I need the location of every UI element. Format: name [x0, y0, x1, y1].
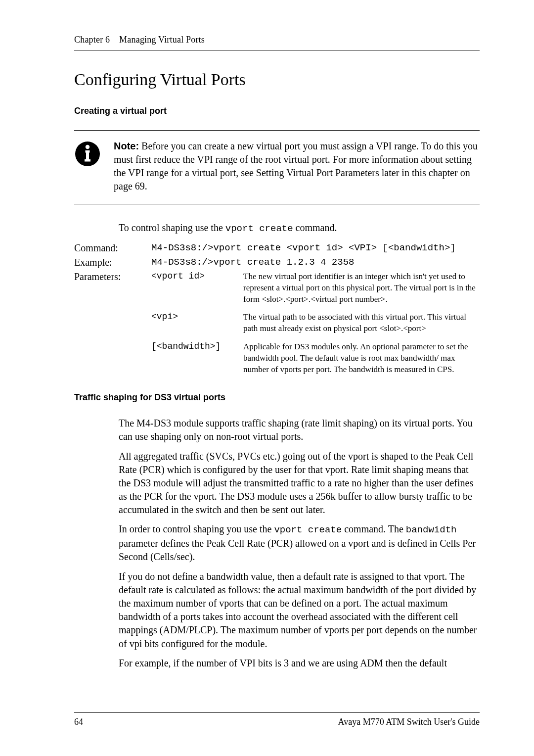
param-name: <vpi> [151, 312, 235, 334]
command-table: Command: M4-DS3s8:/>vport create <vport … [74, 242, 480, 376]
example-value: M4-DS3s8:/>vport create 1.2.3 4 2358 [151, 257, 480, 268]
running-head: Chapter 6 Managing Virtual Ports [74, 35, 480, 45]
p3-after: parameter defines the Peak Cell Rate (PC… [119, 538, 476, 562]
header-rule [74, 50, 480, 50]
body-p3: In order to control shaping you use the … [119, 522, 480, 564]
intro-code: vport create [225, 223, 293, 234]
section-title: Configuring Virtual Ports [74, 70, 480, 89]
note-block: Note: Before you can create a new virtua… [74, 130, 480, 204]
body-p2: All aggregated traffic (SVCs, PVCs etc.)… [119, 450, 480, 517]
param-name: [<bandwidth>] [151, 341, 235, 376]
param-name: <vport id> [151, 271, 235, 305]
svg-rect-3 [86, 150, 89, 160]
command-label: Command: [74, 242, 143, 254]
chapter-label: Chapter 6 [74, 35, 110, 45]
intro-para: To control shaping use the vport create … [119, 221, 480, 236]
example-label: Example: [74, 257, 143, 268]
p3-code1: vport create [274, 524, 342, 535]
note-label: Note: [114, 141, 139, 151]
p3-code2: bandwidth [406, 524, 457, 535]
param-desc: Applicable for DS3 modules only. An opti… [243, 341, 480, 376]
body-p4: If you do not define a bandwidth value, … [119, 570, 480, 651]
intro-after: command. [293, 222, 337, 233]
body-block: The M4-DS3 module supports traffic shapi… [119, 417, 480, 670]
command-value: M4-DS3s8:/>vport create <vport id> <VPI>… [151, 242, 480, 254]
subhead-creating: Creating a virtual port [74, 106, 480, 116]
page-number: 64 [74, 717, 83, 727]
footer-rule [74, 712, 480, 713]
param-desc: The virtual path to be associated with t… [243, 312, 480, 334]
subhead-traffic: Traffic shaping for DS3 virtual ports [74, 392, 480, 403]
footer: 64 Avaya M770 ATM Switch User's Guide [74, 712, 480, 727]
parameters-label: Parameters: [74, 271, 143, 376]
p3-before: In order to control shaping you use the [119, 523, 274, 534]
parameter-grid: <vport id> The new virtual port identifi… [151, 271, 480, 376]
p3-mid: command. The [342, 523, 406, 534]
svg-point-1 [86, 145, 89, 149]
intro-before: To control shaping use the [119, 222, 225, 233]
doc-title: Avaya M770 ATM Switch User's Guide [338, 717, 480, 727]
chapter-title: Managing Virtual Ports [119, 35, 205, 45]
body-p1: The M4-DS3 module supports traffic shapi… [119, 417, 480, 443]
info-icon [74, 141, 101, 169]
body-p5: For example, if the number of VPI bits i… [119, 657, 480, 670]
note-text: Note: Before you can create a new virtua… [114, 140, 480, 193]
note-body: Before you can create a new virtual port… [114, 141, 478, 191]
param-desc: The new virtual port identifier is an in… [243, 271, 480, 305]
svg-rect-4 [85, 159, 90, 162]
